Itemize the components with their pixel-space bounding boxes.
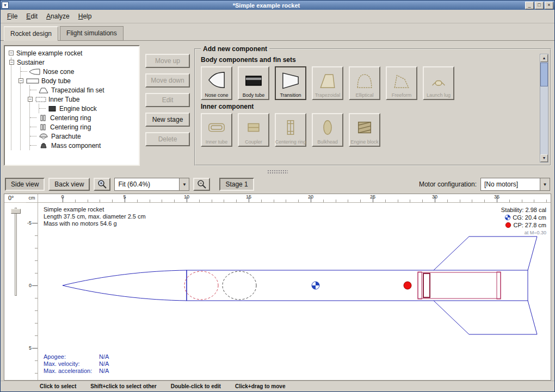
tree-item-body-tube[interactable]: − Body tube [27, 76, 138, 85]
coupler-icon [244, 116, 263, 139]
rocket-info: Simple example rocket Length 37.5 cm, ma… [44, 206, 146, 227]
component-button-nose-cone[interactable]: Nose cone [201, 66, 232, 100]
stability-value: Stability: 2.98 cal [501, 206, 546, 214]
component-button-coupler: Coupler [238, 113, 269, 147]
splitter-grip-icon[interactable] [267, 170, 288, 174]
cp-value: CP: 27.8 cm [513, 221, 546, 229]
collapse-icon[interactable]: − [18, 78, 23, 83]
inner-tube-icon [207, 116, 226, 139]
zoom-value: Fit (60.4%) [115, 178, 179, 190]
component-scrollbar[interactable]: ▲ ▼ [540, 54, 548, 163]
magnifier-plus-icon [97, 179, 108, 190]
tree-item-rocket[interactable]: − Simple example rocket [8, 48, 138, 58]
tree-item-centering-ring-1[interactable]: Centering ring [36, 113, 138, 122]
rotation-slider [4, 203, 26, 380]
tree-item-nose-cone[interactable]: Nose cone [27, 67, 138, 76]
chevron-down-icon[interactable]: ▼ [540, 178, 550, 190]
component-tree[interactable]: − Simple example rocket − Sustainer Nose… [4, 45, 140, 166]
component-button-label: Inner tube [206, 139, 228, 145]
component-button-label: Nose cone [205, 92, 228, 98]
scrollbar-thumb[interactable] [540, 63, 548, 86]
main-tabs: Rocket design Flight simulations [1, 23, 554, 41]
rocket-name: Simple example rocket [44, 206, 146, 213]
menu-file[interactable]: File [3, 11, 22, 22]
tree-item-parachute[interactable]: Parachute [36, 132, 138, 141]
ruler-label: 10 [184, 194, 189, 200]
zoom-out-button[interactable] [193, 178, 210, 191]
add-component-panel: Add new component Body components and fi… [194, 45, 551, 166]
new-stage-button[interactable]: New stage [145, 113, 190, 127]
ruler-label: -5 [27, 220, 32, 226]
motor-configuration-value: [No motors] [481, 178, 540, 190]
scroll-up-icon[interactable]: ▲ [540, 54, 548, 62]
component-button-trapezoidal: Trapezoidal [312, 66, 343, 100]
motor-configuration-label: Motor configuration: [419, 181, 477, 188]
tree-item-fin-set[interactable]: Trapezoidal fin set [36, 85, 138, 95]
tree-item-label: Nose cone [43, 68, 74, 76]
panel-splitter[interactable] [1, 168, 554, 175]
motor-configuration-select[interactable]: [No motors] ▼ [480, 178, 550, 191]
tree-item-label: Trapezoidal fin set [51, 86, 104, 94]
nose-cone-icon [29, 69, 41, 75]
rocket-canvas[interactable]: Simple example rocket Length 37.5 cm, ma… [38, 203, 551, 380]
body-tube-icon [26, 78, 39, 84]
component-button-label: Engine block [350, 139, 379, 145]
slider-track[interactable] [15, 208, 17, 296]
cg-icon [504, 214, 511, 221]
zoom-select[interactable]: Fit (60.4%) ▼ [114, 178, 189, 191]
ruler-unit: cm [26, 194, 38, 203]
mach-note: at M=0.30 [501, 229, 546, 237]
collapse-icon[interactable]: − [28, 97, 33, 102]
collapse-icon[interactable]: − [9, 51, 14, 55]
hint-double-click: Double-click to edit [171, 383, 221, 389]
maximize-button[interactable]: □ [535, 2, 544, 9]
collapse-icon[interactable]: − [9, 60, 14, 65]
menu-edit[interactable]: Edit [22, 11, 42, 22]
menu-help[interactable]: Help [74, 11, 96, 22]
component-button-engine-block: Engine block [349, 113, 380, 147]
tree-item-label: Simple example rocket [16, 49, 82, 57]
max-velocity-label: Max. velocity: [44, 360, 99, 368]
tree-item-mass-component[interactable]: Mass component [36, 141, 138, 150]
zoom-in-button[interactable] [94, 178, 110, 191]
title-bar[interactable]: ▼ *Simple example rocket _ □ × [1, 1, 554, 10]
flight-info: Apogee:N/A Max. velocity:N/A Max. accele… [44, 353, 109, 375]
minimize-button[interactable]: _ [525, 2, 534, 9]
apogee-value: N/A [99, 353, 109, 360]
rocket-dimensions: Length 37.5 cm, max. diameter 2.5 cm [44, 213, 146, 220]
component-button-label: Bulkhead [317, 139, 338, 145]
component-button-freeform: Freeform [386, 66, 417, 100]
stage-1-toggle[interactable]: Stage 1 [219, 178, 254, 191]
component-button-centering-ring: Centering ring [275, 113, 306, 147]
tree-item-centering-ring-2[interactable]: Centering ring [36, 122, 138, 132]
body-tube-icon [244, 69, 263, 92]
ruler-label: 35 [494, 194, 499, 200]
tree-item-label: Inner Tube [48, 96, 79, 103]
chevron-down-icon[interactable]: ▼ [179, 178, 189, 190]
centering-ring-icon [38, 124, 48, 130]
tree-item-label: Parachute [51, 133, 81, 140]
hint-shift-click: Shift+click to select other [90, 383, 156, 389]
tree-item-label: Sustainer [17, 59, 45, 66]
component-button-label: Trapezoidal [315, 92, 341, 98]
component-button-body-tube[interactable]: Body tube [238, 66, 269, 100]
back-view-button[interactable]: Back view [48, 178, 90, 191]
tree-item-sustainer[interactable]: − Sustainer [17, 58, 138, 67]
menu-analyze[interactable]: Analyze [42, 11, 74, 22]
hint-drag: Click+drag to move [235, 383, 286, 389]
close-button[interactable]: × [545, 2, 553, 9]
tree-item-inner-tube[interactable]: − Inner Tube [36, 95, 138, 104]
app-window: ▼ *Simple example rocket _ □ × File Edit… [0, 0, 555, 392]
component-button-transition[interactable]: Transition [275, 66, 306, 100]
side-view-button[interactable]: Side view [5, 178, 45, 191]
tab-flight-simulations[interactable]: Flight simulations [60, 26, 124, 40]
elliptical-fin-icon [355, 69, 374, 92]
scroll-down-icon[interactable]: ▼ [540, 154, 548, 162]
nose-cone-icon [207, 69, 226, 92]
slider-thumb[interactable] [11, 209, 21, 214]
tree-item-engine-block[interactable]: Engine block [45, 104, 138, 113]
window-title: *Simple example rocket [9, 1, 524, 10]
move-up-button: Move up [145, 54, 190, 68]
tab-rocket-design[interactable]: Rocket design [4, 26, 58, 41]
window-menu-icon[interactable]: ▼ [2, 2, 9, 9]
